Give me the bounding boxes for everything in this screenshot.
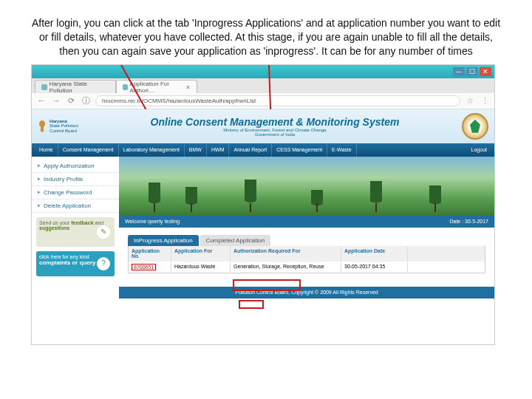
browser-tab-2[interactable]: Application For Authori… ✕ (116, 80, 197, 93)
nav-ewaste[interactable]: E-Waste (327, 143, 357, 157)
page-content: Haryana State Pollution Control Board On… (32, 109, 494, 304)
sidebar-delete-app[interactable]: ▸Delete Application (32, 200, 119, 213)
emblem-icon (38, 117, 47, 136)
emblem-right-icon (462, 113, 488, 140)
url-field[interactable]: hrocmms.nic.in/OCMMS/hazardousWasteAuth/… (95, 95, 460, 106)
th-auth-req: Authorization Required For (231, 246, 341, 261)
applications-area: InProgress Application Completed Applica… (119, 228, 494, 281)
tab-label: Application For Authori… (130, 81, 183, 94)
svg-point-0 (39, 120, 45, 127)
instruction-text: After login, you can click at the tab 'I… (0, 0, 532, 64)
table-header: Application No Application For Authoriza… (129, 246, 485, 261)
nav-lab[interactable]: Laboratory Management (119, 143, 185, 157)
main-nav: Home Consent Management Laboratory Manag… (32, 143, 494, 157)
favicon-icon (41, 84, 47, 90)
sidebar-industry-profile[interactable]: ▸Industry Profile (32, 173, 119, 186)
th-app-date: Application Date (341, 246, 408, 261)
nav-logout[interactable]: Logout (467, 143, 491, 157)
main-panel: Welcome qwerty testing Date : 30-5-2017 … (119, 157, 494, 304)
left-sidebar: ▸Apply Authorization ▸Industry Profile ▸… (32, 157, 119, 304)
window-maximize-button[interactable]: ☐ (466, 67, 478, 76)
sidebar-label: Delete Application (44, 202, 91, 209)
pencil-icon: ✎ (97, 225, 110, 239)
th-app-no: Application No (129, 246, 171, 261)
site-logo-left: Haryana State Pollution Control Board (38, 112, 88, 140)
close-icon[interactable]: ✕ (185, 84, 191, 91)
applications-table: Application No Application For Authoriza… (128, 246, 485, 273)
chevron-right-icon: ▸ (38, 176, 41, 182)
cell-app-no[interactable]: 8700651 (129, 262, 171, 273)
sidebar-apply-auth[interactable]: ▸Apply Authorization (32, 160, 119, 173)
nav-bmw[interactable]: BMW (185, 143, 207, 157)
nav-consent[interactable]: Consent Management (58, 143, 119, 157)
svg-rect-1 (41, 126, 44, 132)
chevron-right-icon: ▸ (38, 163, 41, 168)
chevron-right-icon: ▸ (38, 189, 41, 195)
hero-image (119, 157, 494, 216)
nav-hwm[interactable]: HWM (207, 143, 230, 157)
app-number-link[interactable]: 8700651 (132, 264, 156, 270)
th-app-for: Application For (171, 246, 231, 261)
sidebar-label: Change Password (44, 189, 92, 196)
tab-label: Haryana State Pollution (50, 81, 109, 94)
sidebar-label: Apply Authorization (44, 163, 95, 169)
feedback-bold: feedback (71, 220, 93, 225)
brand-line2: State Pollution Control Board (50, 123, 88, 133)
chevron-right-icon: ▸ (38, 202, 41, 208)
window-minimize-button[interactable]: ─ (453, 67, 465, 76)
nav-cess[interactable]: CESS Management (272, 143, 327, 157)
application-tabs: InProgress Application Completed Applica… (128, 235, 485, 246)
site-subtitle-2: Government of India (94, 132, 456, 137)
site-header: Haryana State Pollution Control Board On… (32, 109, 494, 143)
table-row: 8700651 Hazardous Waste Generation, Stor… (129, 261, 485, 273)
browser-tab-1[interactable]: Haryana State Pollution (35, 80, 116, 93)
cell-auth-req: Generation, Storage, Reception, Reuse (231, 262, 341, 273)
complaints-box[interactable]: click here for any kind complaints or qu… (36, 251, 115, 276)
cell-app-for: Hazardous Waste (171, 262, 231, 273)
browser-address-bar: ← → ⟳ ⓘ hrocmms.nic.in/OCMMS/hazardousWa… (32, 93, 494, 109)
welcome-text: Welcome qwerty testing (125, 219, 180, 224)
feedback-bold2: suggestions (39, 225, 69, 231)
menu-icon[interactable]: ⋮ (480, 95, 490, 106)
nav-home[interactable]: Home (35, 143, 58, 157)
window-titlebar: ─ ☐ ✕ (32, 65, 494, 78)
feedback-box[interactable]: Send us your feedback and suggestions ✎ (36, 217, 115, 247)
welcome-bar: Welcome qwerty testing Date : 30-5-2017 (119, 216, 494, 228)
embedded-screenshot: ─ ☐ ✕ Haryana State Pollution Applicatio… (31, 64, 495, 345)
nav-annual[interactable]: Annual Report (229, 143, 272, 157)
tab-inprogress[interactable]: InProgress Application (128, 235, 199, 246)
question-icon: ? (97, 257, 110, 270)
sidebar-label: Industry Profile (44, 176, 83, 183)
site-footer: Pollution Control Board, Copyright © 200… (119, 287, 494, 299)
star-icon[interactable]: ☆ (465, 95, 475, 106)
tab-completed[interactable]: Completed Application (200, 235, 271, 246)
header-title-block: Online Consent Management & Monitoring S… (94, 116, 456, 137)
sidebar-change-password[interactable]: ▸Change Password (32, 186, 119, 200)
content-row: ▸Apply Authorization ▸Industry Profile ▸… (32, 157, 494, 304)
feedback-text: Send us your (39, 220, 69, 225)
complaints-bold: complaints or query (39, 259, 95, 266)
reload-icon[interactable]: ⟳ (66, 95, 76, 106)
cell-app-date: 30-05-2017 04:35 (341, 262, 408, 273)
browser-tab-bar: Haryana State Pollution Application For … (32, 78, 494, 93)
forward-icon[interactable]: → (51, 95, 61, 106)
welcome-date: Date : 30-5-2017 (449, 219, 488, 224)
info-icon: ⓘ (81, 95, 91, 106)
window-close-button[interactable]: ✕ (480, 67, 491, 76)
feedback-text2: and (95, 220, 104, 225)
favicon-icon (123, 84, 128, 90)
brand-line1: Haryana (50, 119, 88, 124)
site-title: Online Consent Management & Monitoring S… (94, 116, 456, 128)
back-icon[interactable]: ← (36, 95, 47, 106)
